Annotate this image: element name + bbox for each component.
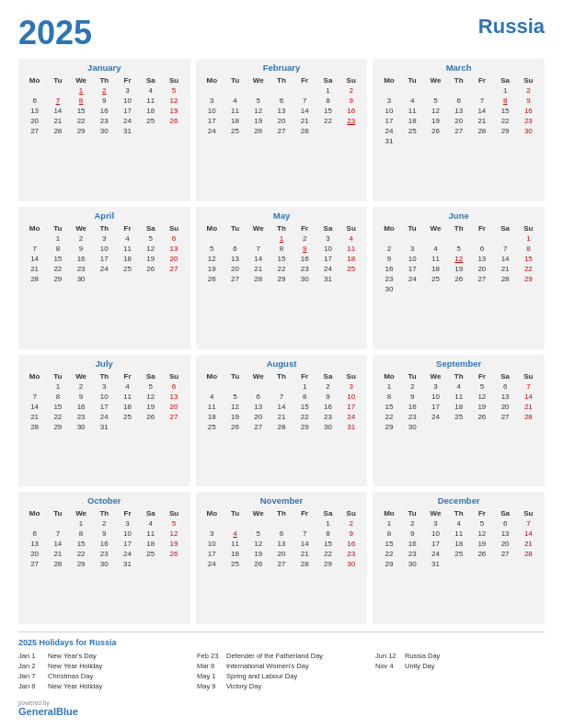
day-header: Fr	[116, 75, 139, 85]
calendar-day: 30	[401, 422, 424, 432]
calendar-day: 15	[517, 254, 540, 264]
calendar-day: 4	[447, 518, 470, 529]
calendar-day: 25	[201, 422, 224, 432]
month-september: SeptemberMoTuWeThFrSaSu12345678910111213…	[373, 355, 545, 487]
calendar-day: 30	[517, 126, 540, 136]
day-header: Sa	[316, 223, 339, 233]
calendar-day: 21	[23, 412, 46, 422]
calendar-day: 4	[224, 96, 247, 106]
calendar-day: 29	[46, 422, 69, 432]
holidays-title: 2025 Holidays for Russia	[18, 638, 545, 647]
calendar-day: 15	[316, 106, 339, 116]
calendar-day: 20	[162, 402, 185, 412]
calendar-day: 30	[401, 559, 424, 569]
calendar-day: 6	[162, 381, 185, 392]
month-title: December	[377, 495, 540, 506]
calendar-day: 10	[316, 244, 339, 254]
calendar-day: 5	[247, 96, 270, 106]
day-header: We	[69, 223, 92, 233]
day-header: Tu	[401, 75, 424, 85]
calendar-day: 27	[447, 126, 470, 136]
calendar-day: 25	[139, 549, 162, 559]
calendar-day: 29	[494, 126, 517, 136]
calendar-day: 8	[69, 529, 92, 539]
day-header: Sa	[494, 75, 517, 85]
calendar-day: 1	[316, 518, 339, 529]
calendar-day: 29	[46, 274, 69, 284]
day-header: Sa	[139, 223, 162, 233]
calendar-day: 11	[224, 539, 247, 549]
calendar-day: 9	[69, 244, 92, 254]
calendar-day: 4	[116, 233, 139, 244]
calendar-day	[201, 85, 224, 96]
calendar-day: 28	[46, 559, 69, 569]
day-header: Fr	[293, 371, 316, 381]
calendar-day: 1	[377, 381, 400, 392]
month-title: April	[23, 210, 186, 221]
month-november: NovemberMoTuWeThFrSaSu123456789101112131…	[196, 492, 368, 624]
calendar-day: 3	[93, 381, 116, 392]
calendar-day: 8	[517, 244, 540, 254]
calendar-day	[162, 422, 185, 432]
calendar-day: 14	[517, 392, 540, 402]
day-header: Fr	[116, 371, 139, 381]
month-august: AugustMoTuWeThFrSaSu12345678910111213141…	[196, 355, 368, 487]
month-title: August	[201, 358, 363, 369]
day-header: We	[247, 75, 270, 85]
day-header: Sa	[494, 223, 517, 233]
calendar-day: 10	[201, 106, 224, 116]
calendar-day: 1	[46, 233, 69, 244]
month-title: February	[201, 63, 363, 73]
day-header: Fr	[293, 75, 316, 85]
calendar-day: 16	[93, 106, 116, 116]
calendar-day: 30	[93, 126, 116, 136]
calendar-day: 26	[447, 274, 470, 284]
calendar-day: 22	[377, 549, 400, 559]
calendar-day: 3	[424, 518, 447, 529]
calendar-day	[470, 136, 493, 146]
calendar-day	[270, 518, 293, 529]
holiday-date: Jun 12	[375, 652, 401, 660]
calendar-day: 29	[270, 274, 293, 284]
calendar-day: 18	[116, 402, 139, 412]
calendar-day: 20	[470, 264, 493, 274]
calendar-day: 20	[494, 539, 517, 549]
calendar-day: 26	[201, 274, 224, 284]
day-header: Tu	[46, 75, 69, 85]
calendar-day: 30	[293, 274, 316, 284]
calendar-day	[270, 381, 293, 392]
calendar-day: 3	[424, 381, 447, 392]
calendar-day: 21	[23, 264, 46, 274]
brand-label: GeneralBlue	[18, 706, 78, 717]
calendar-day	[23, 518, 46, 529]
calendar-day: 9	[401, 529, 424, 539]
calendar-day: 2	[339, 85, 362, 96]
day-header: Su	[162, 371, 185, 381]
day-header: Tu	[46, 223, 69, 233]
calendar-day	[23, 381, 46, 392]
day-header: Th	[270, 371, 293, 381]
calendar-day: 6	[23, 96, 46, 106]
calendar-day: 5	[224, 392, 247, 402]
calendar-day: 18	[224, 116, 247, 126]
calendar-day: 20	[23, 116, 46, 126]
calendar-day: 31	[377, 136, 400, 146]
day-header: We	[424, 75, 447, 85]
calendar-day: 10	[93, 392, 116, 402]
calendar-day: 18	[224, 549, 247, 559]
calendar-day: 4	[447, 381, 470, 392]
calendar-day: 5	[447, 244, 470, 254]
calendar-day: 9	[93, 529, 116, 539]
month-may: MayMoTuWeThFrSaSu12345678910111213141516…	[196, 207, 368, 349]
calendar-day	[517, 559, 540, 569]
calendar-day: 31	[316, 274, 339, 284]
holiday-column: Jan 1New Year's DayJan 2New Year Holiday…	[18, 652, 188, 692]
calendar-day	[339, 126, 362, 136]
calendar-day: 11	[339, 244, 362, 254]
calendar-day: 11	[224, 106, 247, 116]
calendar-day: 17	[424, 539, 447, 549]
calendar-day: 16	[517, 106, 540, 116]
calendar-day: 19	[247, 549, 270, 559]
day-header: Tu	[46, 508, 69, 518]
calendar-day: 21	[517, 539, 540, 549]
